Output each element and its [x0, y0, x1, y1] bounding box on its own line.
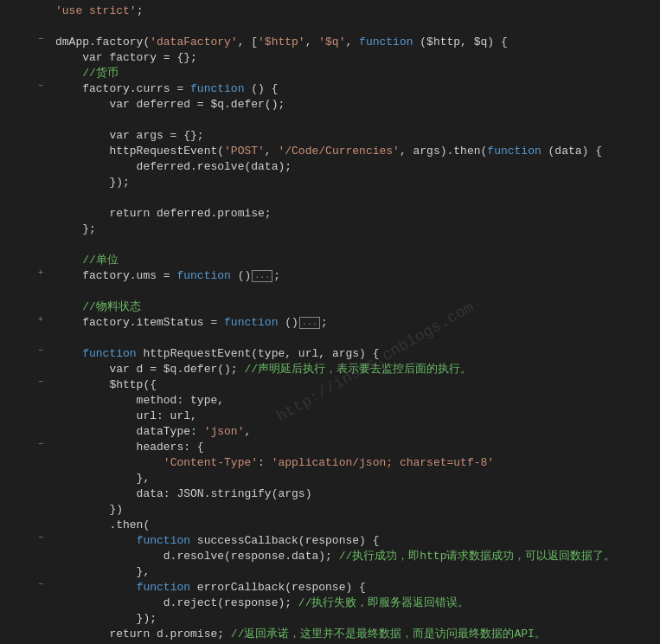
code-text: }); [50, 611, 660, 627]
code-line [0, 113, 660, 128]
code-line: data: JSON.stringify(args) [0, 486, 660, 502]
code-line: var d = $q.defer(); //声明延后执行，表示要去监控后面的执行… [0, 362, 660, 377]
code-text: headers: { [50, 440, 660, 455]
collapsed-block[interactable]: ... [252, 270, 272, 282]
code-line [0, 190, 660, 206]
code-text: factory.itemStatus = function ()...; [50, 315, 660, 331]
code-text: 'use strict'; [50, 3, 660, 19]
code-line: d.resolve(response.data); //执行成功，即http请求… [0, 549, 660, 564]
collapsed-block[interactable]: ... [299, 317, 320, 329]
code-line: .then( [0, 518, 660, 533]
code-text: dmApp.factory('dataFactory', ['$http', '… [50, 35, 660, 50]
code-line: deferred.resolve(data); [0, 159, 660, 175]
code-line: − function httpRequestEvent(type, url, a… [0, 346, 660, 362]
code-line [0, 237, 660, 253]
code-text: d.resolve(response.data); //执行成功，即http请求… [50, 549, 660, 564]
code-line: }, [0, 564, 660, 580]
code-line: url: url, [0, 409, 660, 424]
code-line: }); [0, 611, 660, 627]
code-line: + factory.itemStatus = function ()...; [0, 315, 660, 331]
code-line: method: type, [0, 393, 660, 409]
code-text: var factory = {}; [50, 50, 660, 66]
code-text: function httpRequestEvent(type, url, arg… [50, 346, 660, 362]
code-line: //物料状态 [0, 299, 660, 315]
code-line: }); [0, 175, 660, 190]
code-line: − headers: { [0, 440, 660, 455]
code-line: dataType: 'json', [0, 424, 660, 440]
fold-icon[interactable]: − [35, 81, 47, 91]
code-text: 'Content-Type': 'application/json; chars… [50, 455, 660, 471]
code-text: }) [50, 502, 660, 518]
code-line: var factory = {}; [0, 50, 660, 66]
code-text: dataType: 'json', [50, 424, 660, 440]
code-line: 'Content-Type': 'application/json; chars… [0, 455, 660, 471]
code-text: }); [50, 175, 660, 190]
code-text: var args = {}; [50, 128, 660, 144]
code-line: + factory.ums = function ()...; [0, 268, 660, 284]
code-text [50, 113, 660, 128]
code-line: //单位 [0, 253, 660, 268]
code-line: var deferred = $q.defer(); [0, 97, 660, 113]
code-line [0, 19, 660, 35]
fold-icon[interactable]: − [35, 35, 47, 44]
code-text [50, 331, 660, 346]
code-text [50, 237, 660, 253]
code-editor: http://insus.cnblogs.com 'use strict'; −… [0, 0, 660, 644]
code-text [50, 284, 660, 299]
code-line: return d.promise; //返回承诺，这里并不是最终数据，而是访问最… [0, 627, 660, 642]
fold-icon[interactable]: + [35, 315, 47, 325]
code-text: //物料状态 [50, 299, 660, 315]
code-text: return deferred.promise; [50, 206, 660, 222]
code-line [0, 284, 660, 299]
code-text: .then( [50, 518, 660, 533]
code-text: var d = $q.defer(); //声明延后执行，表示要去监控后面的执行… [50, 362, 660, 377]
code-text: var deferred = $q.defer(); [50, 97, 660, 113]
code-text: }; [50, 222, 660, 237]
code-line: − factory.currs = function () { [0, 81, 660, 97]
fold-icon[interactable]: − [35, 440, 47, 449]
code-line: return deferred.promise; [0, 206, 660, 222]
code-text: }, [50, 471, 660, 486]
code-text: }, [50, 564, 660, 580]
code-text: data: JSON.stringify(args) [50, 486, 660, 502]
code-text: factory.currs = function () { [50, 81, 660, 97]
code-line: var args = {}; [0, 128, 660, 144]
fold-icon[interactable]: − [35, 533, 47, 543]
code-text: deferred.resolve(data); [50, 159, 660, 175]
code-line: − $http({ [0, 377, 660, 393]
code-text: method: type, [50, 393, 660, 409]
code-text: //单位 [50, 253, 660, 268]
code-line: 'use strict'; [0, 3, 660, 19]
code-text: url: url, [50, 409, 660, 424]
code-line: httpRequestEvent('POST', '/Code/Currenci… [0, 144, 660, 159]
code-text: factory.ums = function ()...; [50, 268, 660, 284]
code-text: return d.promise; //返回承诺，这里并不是最终数据，而是访问最… [50, 627, 660, 642]
code-line: − function successCallback(response) { [0, 533, 660, 549]
code-text: httpRequestEvent('POST', '/Code/Currenci… [50, 144, 660, 159]
code-text: $http({ [50, 377, 660, 393]
fold-icon[interactable]: − [35, 377, 47, 387]
code-text: function errorCallback(response) { [50, 580, 660, 596]
code-text: //货币 [50, 66, 660, 81]
code-line [0, 331, 660, 346]
code-line: − function errorCallback(response) { [0, 580, 660, 596]
code-text [50, 190, 660, 206]
fold-icon[interactable]: − [35, 580, 47, 589]
code-text [50, 19, 660, 35]
code-text: function successCallback(response) { [50, 533, 660, 549]
code-line: }) [0, 502, 660, 518]
code-line: //货币 [0, 66, 660, 81]
code-line: −dmApp.factory('dataFactory', ['$http', … [0, 35, 660, 50]
code-line: d.reject(response); //执行失败，即服务器返回错误。 [0, 596, 660, 611]
code-line: }, [0, 471, 660, 486]
fold-icon[interactable]: − [35, 346, 47, 356]
fold-icon[interactable]: + [35, 268, 47, 278]
code-text: d.reject(response); //执行失败，即服务器返回错误。 [50, 596, 660, 611]
code-line: }; [0, 222, 660, 237]
